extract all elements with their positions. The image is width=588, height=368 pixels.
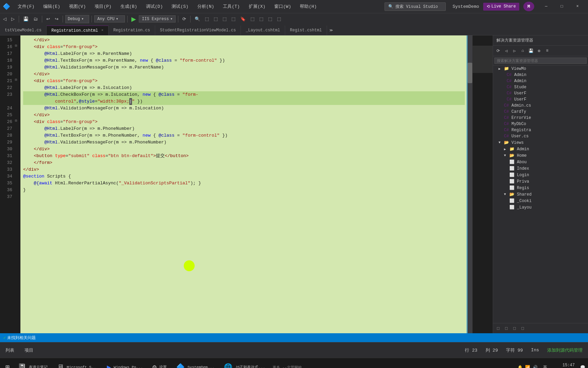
debug-config-dropdown[interactable]: Debug ▾: [65, 15, 89, 23]
tree-node-cooki[interactable]: ⬜ _Cooki: [493, 198, 588, 204]
fold-btn-21[interactable]: ⊟: [15, 78, 20, 82]
tab-student-registration[interactable]: StudentRegistrationViewModel.cs: [155, 26, 241, 35]
tree-node-viewmodels[interactable]: ▶ 📁 ViewMo: [493, 65, 588, 72]
menu-test[interactable]: 测试(S): [170, 3, 190, 10]
close-tab-icon[interactable]: ×: [101, 29, 103, 32]
tree-node-userf2[interactable]: C# UserF: [493, 96, 588, 103]
run-button[interactable]: ▶: [130, 15, 137, 23]
taskbar-chrome[interactable]: 🌐 JS正则表达式...: [220, 359, 269, 368]
menu-debug[interactable]: 调试(D): [145, 3, 164, 10]
tree-node-mydbco[interactable]: C# MyDbCo: [493, 121, 588, 127]
tools-btn4[interactable]: ⬚: [230, 15, 237, 22]
panel-bottom-btn2[interactable]: ⬚: [503, 325, 510, 332]
tree-node-stude[interactable]: C# Stude: [493, 84, 588, 90]
panel-bottom-btn3[interactable]: ⬚: [511, 325, 518, 332]
tree-node-userf1[interactable]: C# UserF: [493, 90, 588, 96]
tree-node-admin-cs[interactable]: C# Admin.cs: [493, 103, 588, 109]
back-btn[interactable]: ◁: [503, 47, 510, 55]
tools-btn3[interactable]: ⬚: [221, 15, 228, 22]
menu-build[interactable]: 生成(B): [119, 3, 138, 10]
menu-file[interactable]: 文件(F): [16, 3, 36, 10]
tree-node-regis[interactable]: ⬜ Regis: [493, 185, 588, 191]
minimize-button[interactable]: —: [538, 1, 554, 12]
tools-btn8[interactable]: ⬚: [275, 15, 283, 22]
tree-node-user-cs[interactable]: C# User.cs: [493, 133, 588, 139]
panel-bottom-btn1[interactable]: ⬚: [494, 325, 502, 332]
save-all-button[interactable]: 🗂: [32, 15, 39, 22]
maximize-button[interactable]: □: [554, 1, 570, 12]
menu-help[interactable]: 帮助(H): [298, 3, 318, 10]
iis-dropdown[interactable]: IIS Express ▾: [139, 15, 176, 22]
tools-btn5[interactable]: ⬚: [249, 15, 256, 22]
taskbar-youdao[interactable]: 📓 有道云笔记: [14, 359, 52, 368]
sync-btn[interactable]: ⟳: [494, 47, 502, 55]
menu-analyze[interactable]: 分析(N): [196, 3, 215, 10]
tools-btn2[interactable]: ⬚: [212, 15, 219, 22]
cpu-config-dropdown[interactable]: Any CPU ▾: [94, 15, 125, 22]
user-avatar[interactable]: M: [523, 2, 534, 11]
tools-btn1[interactable]: ⬚: [203, 15, 211, 22]
taskbar-more[interactable]: 更多 --北盟网校: [271, 365, 304, 368]
solution-search-input[interactable]: [494, 58, 587, 64]
refresh-button[interactable]: ⟳: [181, 15, 188, 22]
tree-node-errorvie[interactable]: C# ErrorVie: [493, 115, 588, 121]
properties-btn[interactable]: ⚙: [535, 47, 543, 55]
tree-node-index[interactable]: ⬜ Index: [493, 165, 588, 172]
taskbar-microsoft[interactable]: 🖥 Microsoft S...: [53, 359, 101, 368]
menu-view[interactable]: 视图(V): [68, 3, 87, 10]
code-content[interactable]: </div> <div class="form-group"> @Html.La…: [20, 35, 468, 333]
tree-node-views[interactable]: ▼ 📂 Views: [493, 139, 588, 146]
fold-btn-16[interactable]: ⊟: [15, 44, 20, 48]
tree-node-shared-folder[interactable]: ▼ 📂 Shared: [493, 191, 588, 198]
close-button[interactable]: ×: [570, 1, 585, 12]
menu-project[interactable]: 项目(P): [93, 3, 113, 10]
code-editor[interactable]: 15 16 17 18 19 20 21 22 23 24 25 26 27 2…: [0, 35, 493, 333]
tree-node-admin2[interactable]: C# Admin: [493, 78, 588, 84]
panel-bottom-btn4[interactable]: ⬚: [519, 325, 526, 332]
save-button[interactable]: 💾: [21, 15, 30, 22]
menu-window[interactable]: 窗口(W): [273, 3, 292, 10]
tree-node-about[interactable]: ⬜ Abou: [493, 159, 588, 165]
solution-search[interactable]: [493, 56, 588, 65]
tools-btn7[interactable]: ⬚: [266, 15, 274, 22]
tab-scroll-button[interactable]: ≫: [327, 26, 335, 35]
taskbar-start[interactable]: ⊞: [3, 359, 12, 368]
vs-search[interactable]: 🔍 搜索 Visual Studio: [385, 2, 446, 11]
tab-registration-cshtml[interactable]: Registration.cshtml ×: [47, 26, 109, 35]
fold-btn-26[interactable]: ⊟: [15, 119, 20, 123]
menu-extensions[interactable]: 扩展(X): [247, 3, 267, 10]
tree-node-registra[interactable]: C# Registra: [493, 127, 588, 133]
redo-button[interactable]: ↪: [53, 15, 60, 22]
add-source-label[interactable]: 添加到源代码管理: [547, 347, 583, 353]
tab-registration-cs[interactable]: Registration.cs: [109, 26, 155, 35]
menu-edit[interactable]: 编辑(E): [42, 3, 61, 10]
tree-node-home-folder[interactable]: ▼ 📂 Home: [493, 152, 588, 159]
notification-icon[interactable]: 💬: [580, 365, 585, 368]
tab-regist[interactable]: Regist.cshtml: [285, 26, 327, 35]
taskbar-powershell[interactable]: ▶ Windows Po...: [103, 359, 147, 368]
bookmark-button[interactable]: 🔖: [239, 15, 247, 22]
tree-node-privacy[interactable]: ⬜ Priva: [493, 178, 588, 185]
tab-tstviewmodel[interactable]: tstViewModel.cs: [0, 26, 47, 35]
forward-btn[interactable]: ▷: [511, 47, 518, 55]
save-btn[interactable]: 💾: [527, 47, 535, 55]
tab-layout[interactable]: _Layout.cshtml: [241, 26, 285, 35]
tree-node-admin-folder[interactable]: ▶ 📁 Admin: [493, 146, 588, 152]
editor-scrollbar[interactable]: [468, 35, 472, 333]
back-button[interactable]: ◁: [1, 15, 8, 22]
forward-button[interactable]: ▷: [10, 15, 16, 22]
tools-btn6[interactable]: ⬚: [258, 15, 265, 22]
tree-node-login[interactable]: ⬜ Login: [493, 172, 588, 178]
menu-tools[interactable]: 工具(T): [222, 3, 241, 10]
find-button[interactable]: 🔍: [193, 15, 202, 22]
live-share-button[interactable]: ⟲ Live Share: [483, 3, 519, 11]
scrollbar-thumb[interactable]: [468, 63, 472, 83]
tree-node-layou[interactable]: ⬜ _Layou: [493, 204, 588, 211]
tree-node-cardty[interactable]: C# CardTy: [493, 109, 588, 115]
undo-button[interactable]: ↩: [45, 15, 52, 22]
taskbar-settings[interactable]: ⚙ 设置: [148, 359, 171, 368]
taskbar-vs[interactable]: 🔷 SystemDem...: [172, 359, 218, 368]
tree-node-admin1[interactable]: C# Admin: [493, 72, 588, 78]
home-btn[interactable]: ⌂: [519, 47, 526, 55]
panel-settings-btn[interactable]: ≡: [543, 47, 551, 55]
